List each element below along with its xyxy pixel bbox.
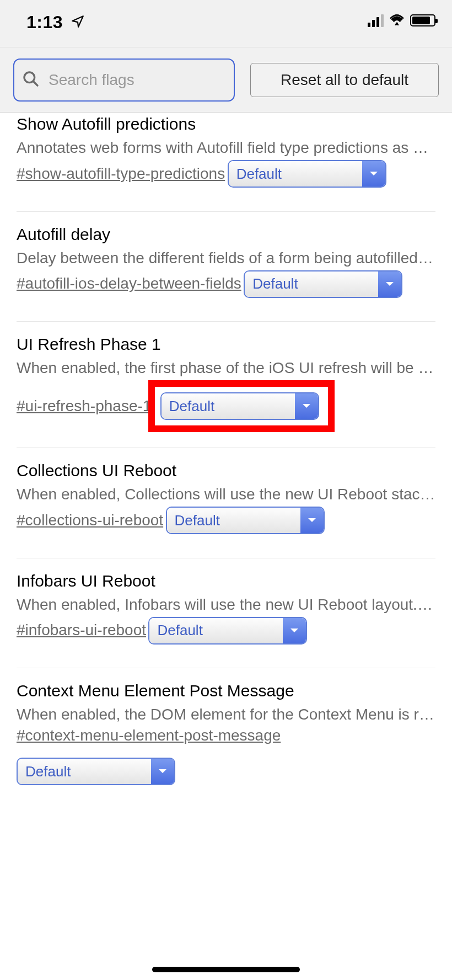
flag-hash-link[interactable]: #collections-ui-reboot — [17, 512, 163, 529]
flag-select-value: Default — [167, 508, 300, 533]
chevron-down-icon — [362, 161, 385, 187]
flag-title: Collections UI Reboot — [17, 461, 435, 480]
chevron-down-icon — [300, 508, 324, 533]
flag-title: Context Menu Element Post Message — [17, 681, 435, 700]
chevron-down-icon — [151, 759, 174, 784]
flag-select-value: Default — [18, 759, 151, 784]
cellular-icon — [368, 14, 384, 27]
header-row: Reset all to default — [0, 47, 452, 113]
flag-item: Show Autofill predictions Annotates web … — [17, 113, 435, 212]
svg-line-2 — [33, 81, 37, 86]
flag-select[interactable]: Default — [148, 617, 307, 645]
search-box[interactable] — [13, 58, 235, 102]
flags-list: Show Autofill predictions Annotates web … — [0, 113, 452, 801]
flag-item: UI Refresh Phase 1 When enabled, the fir… — [17, 322, 435, 448]
flag-item: Autofill delay Delay between the differe… — [17, 212, 435, 322]
flag-title: UI Refresh Phase 1 — [17, 335, 435, 354]
flag-hash-link[interactable]: #context-menu-element-post-message — [17, 727, 281, 744]
flag-hash-link[interactable]: #show-autofill-type-predictions — [17, 165, 225, 183]
flag-select[interactable]: Default — [228, 160, 386, 188]
flag-select[interactable]: Default — [17, 758, 175, 785]
flag-select[interactable]: Default — [160, 392, 319, 420]
chevron-down-icon — [295, 393, 318, 419]
flag-hash-link[interactable]: #ui-refresh-phase-1 — [17, 397, 151, 415]
flag-title: Autofill delay — [17, 225, 435, 244]
search-input[interactable] — [49, 71, 226, 89]
chevron-down-icon — [378, 271, 401, 297]
status-bar: 1:13 — [0, 0, 452, 47]
flag-title: Show Autofill predictions — [17, 115, 435, 134]
flag-select[interactable]: Default — [244, 270, 402, 298]
flag-hash-link[interactable]: #autofill-ios-delay-between-fields — [17, 275, 241, 292]
flag-description: Delay between the different fields of a … — [17, 249, 435, 267]
flag-item: Collections UI Reboot When enabled, Coll… — [17, 448, 435, 558]
flag-select-value: Default — [245, 271, 378, 297]
search-icon — [22, 70, 40, 90]
flag-select-value: Default — [149, 618, 283, 643]
flag-item: Infobars UI Reboot When enabled, Infobar… — [17, 558, 435, 669]
wifi-icon — [389, 13, 405, 28]
highlight-annotation: Default — [148, 380, 335, 432]
flag-description: When enabled, the DOM element for the Co… — [17, 706, 435, 723]
flag-description: When enabled, the first phase of the iOS… — [17, 359, 435, 377]
battery-icon — [410, 14, 435, 26]
home-indicator[interactable] — [152, 967, 300, 972]
flag-hash-link[interactable]: #infobars-ui-reboot — [17, 621, 146, 639]
flag-select-value: Default — [229, 161, 362, 187]
status-right — [368, 13, 435, 28]
status-time: 1:13 — [26, 12, 63, 33]
svg-point-0 — [396, 23, 398, 25]
flag-select[interactable]: Default — [166, 507, 325, 534]
reset-all-button[interactable]: Reset all to default — [250, 63, 439, 97]
chevron-down-icon — [283, 618, 306, 643]
flag-description: When enabled, Infobars will use the new … — [17, 596, 435, 614]
flag-title: Infobars UI Reboot — [17, 572, 435, 590]
flag-item: Context Menu Element Post Message When e… — [17, 668, 435, 801]
flag-select-value: Default — [162, 393, 295, 419]
flag-description: Annotates web forms with Autofill field … — [17, 139, 435, 157]
location-icon — [71, 14, 85, 31]
flag-description: When enabled, Collections will use the n… — [17, 486, 435, 503]
